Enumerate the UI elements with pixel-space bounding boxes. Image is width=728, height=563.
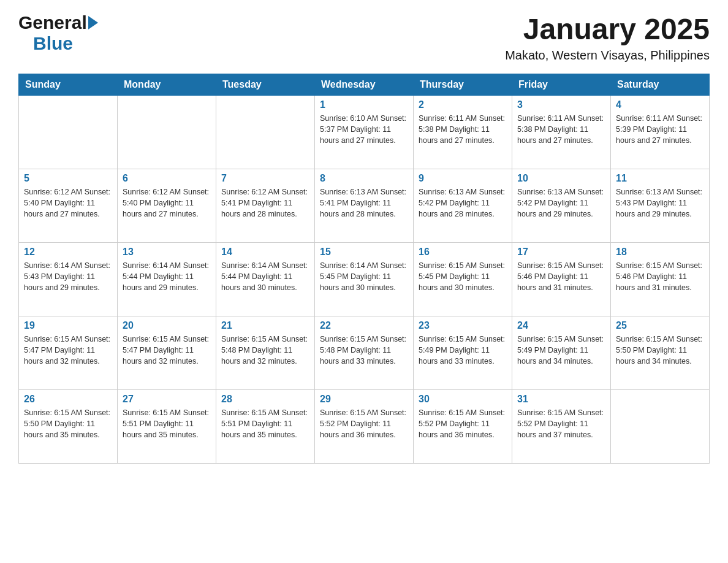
day-number: 5 (24, 173, 112, 184)
calendar-week-row: 12Sunrise: 6:14 AM Sunset: 5:43 PM Dayli… (19, 243, 710, 316)
day-info: Sunrise: 6:12 AM Sunset: 5:41 PM Dayligh… (221, 186, 309, 220)
day-number: 9 (419, 173, 507, 184)
day-number: 19 (24, 320, 112, 331)
day-info: Sunrise: 6:11 AM Sunset: 5:39 PM Dayligh… (616, 113, 704, 146)
day-number: 22 (320, 320, 408, 331)
calendar-cell: 23Sunrise: 6:15 AM Sunset: 5:49 PM Dayli… (414, 316, 512, 390)
day-info: Sunrise: 6:11 AM Sunset: 5:38 PM Dayligh… (419, 113, 507, 146)
calendar-cell: 1Sunrise: 6:10 AM Sunset: 5:37 PM Daylig… (315, 96, 414, 169)
calendar-week-row: 1Sunrise: 6:10 AM Sunset: 5:37 PM Daylig… (19, 96, 710, 169)
day-info: Sunrise: 6:13 AM Sunset: 5:41 PM Dayligh… (320, 186, 408, 220)
calendar-cell: 13Sunrise: 6:14 AM Sunset: 5:44 PM Dayli… (118, 243, 216, 316)
calendar-cell: 21Sunrise: 6:15 AM Sunset: 5:48 PM Dayli… (216, 316, 315, 390)
day-info: Sunrise: 6:15 AM Sunset: 5:51 PM Dayligh… (123, 407, 211, 440)
day-info: Sunrise: 6:14 AM Sunset: 5:45 PM Dayligh… (320, 260, 408, 293)
calendar-cell: 26Sunrise: 6:15 AM Sunset: 5:50 PM Dayli… (19, 390, 118, 464)
logo-arrow-icon (88, 16, 98, 29)
calendar-cell: 7Sunrise: 6:12 AM Sunset: 5:41 PM Daylig… (216, 169, 315, 243)
day-info: Sunrise: 6:15 AM Sunset: 5:48 PM Dayligh… (320, 334, 408, 367)
page-header: General Blue January 2025 Makato, Wester… (18, 12, 710, 63)
calendar-cell: 4Sunrise: 6:11 AM Sunset: 5:39 PM Daylig… (611, 96, 710, 169)
day-number: 2 (419, 99, 507, 110)
calendar-cell: 11Sunrise: 6:13 AM Sunset: 5:43 PM Dayli… (611, 169, 710, 243)
day-number: 21 (221, 320, 309, 331)
day-number: 6 (123, 173, 211, 184)
day-number: 20 (123, 320, 211, 331)
day-number: 8 (320, 173, 408, 184)
calendar-cell (118, 96, 216, 169)
day-info: Sunrise: 6:15 AM Sunset: 5:52 PM Dayligh… (320, 407, 408, 440)
day-number: 29 (320, 394, 408, 405)
day-info: Sunrise: 6:11 AM Sunset: 5:38 PM Dayligh… (517, 113, 605, 146)
day-info: Sunrise: 6:10 AM Sunset: 5:37 PM Dayligh… (320, 113, 408, 146)
day-of-week-header: Friday (512, 74, 611, 96)
calendar-cell: 3Sunrise: 6:11 AM Sunset: 5:38 PM Daylig… (512, 96, 611, 169)
day-info: Sunrise: 6:15 AM Sunset: 5:50 PM Dayligh… (24, 407, 112, 440)
day-number: 10 (517, 173, 605, 184)
day-number: 12 (24, 247, 112, 258)
day-number: 14 (221, 247, 309, 258)
day-info: Sunrise: 6:15 AM Sunset: 5:49 PM Dayligh… (419, 334, 507, 367)
day-info: Sunrise: 6:13 AM Sunset: 5:42 PM Dayligh… (517, 186, 605, 220)
location-subtitle: Makato, Western Visayas, Philippines (505, 48, 710, 63)
day-info: Sunrise: 6:15 AM Sunset: 5:47 PM Dayligh… (123, 334, 211, 367)
calendar-table: SundayMondayTuesdayWednesdayThursdayFrid… (18, 74, 710, 464)
day-number: 17 (517, 247, 605, 258)
day-number: 31 (517, 394, 605, 405)
logo-general-text: General (18, 12, 87, 33)
calendar-cell: 24Sunrise: 6:15 AM Sunset: 5:49 PM Dayli… (512, 316, 611, 390)
calendar-cell: 18Sunrise: 6:15 AM Sunset: 5:46 PM Dayli… (611, 243, 710, 316)
day-number: 24 (517, 320, 605, 331)
day-info: Sunrise: 6:15 AM Sunset: 5:50 PM Dayligh… (616, 334, 704, 367)
day-of-week-header: Monday (118, 74, 216, 96)
day-info: Sunrise: 6:15 AM Sunset: 5:48 PM Dayligh… (221, 334, 309, 367)
day-info: Sunrise: 6:15 AM Sunset: 5:45 PM Dayligh… (419, 260, 507, 293)
day-info: Sunrise: 6:15 AM Sunset: 5:49 PM Dayligh… (517, 334, 605, 367)
calendar-cell (19, 96, 118, 169)
calendar-cell: 29Sunrise: 6:15 AM Sunset: 5:52 PM Dayli… (315, 390, 414, 464)
calendar-cell: 5Sunrise: 6:12 AM Sunset: 5:40 PM Daylig… (19, 169, 118, 243)
day-of-week-header: Wednesday (315, 74, 414, 96)
calendar-cell (611, 390, 710, 464)
calendar-cell: 22Sunrise: 6:15 AM Sunset: 5:48 PM Dayli… (315, 316, 414, 390)
day-number: 1 (320, 99, 408, 110)
day-info: Sunrise: 6:12 AM Sunset: 5:40 PM Dayligh… (24, 186, 112, 220)
day-info: Sunrise: 6:14 AM Sunset: 5:43 PM Dayligh… (24, 260, 112, 293)
day-info: Sunrise: 6:14 AM Sunset: 5:44 PM Dayligh… (123, 260, 211, 293)
day-number: 15 (320, 247, 408, 258)
day-info: Sunrise: 6:12 AM Sunset: 5:40 PM Dayligh… (123, 186, 211, 220)
calendar-week-row: 26Sunrise: 6:15 AM Sunset: 5:50 PM Dayli… (19, 390, 710, 464)
day-info: Sunrise: 6:15 AM Sunset: 5:52 PM Dayligh… (517, 407, 605, 440)
day-number: 25 (616, 320, 704, 331)
calendar-cell: 16Sunrise: 6:15 AM Sunset: 5:45 PM Dayli… (414, 243, 512, 316)
calendar-cell: 8Sunrise: 6:13 AM Sunset: 5:41 PM Daylig… (315, 169, 414, 243)
calendar-cell: 31Sunrise: 6:15 AM Sunset: 5:52 PM Dayli… (512, 390, 611, 464)
calendar-cell (216, 96, 315, 169)
calendar-cell: 6Sunrise: 6:12 AM Sunset: 5:40 PM Daylig… (118, 169, 216, 243)
day-number: 28 (221, 394, 309, 405)
day-info: Sunrise: 6:15 AM Sunset: 5:46 PM Dayligh… (616, 260, 704, 293)
day-info: Sunrise: 6:15 AM Sunset: 5:46 PM Dayligh… (517, 260, 605, 293)
day-info: Sunrise: 6:13 AM Sunset: 5:42 PM Dayligh… (419, 186, 507, 220)
day-number: 13 (123, 247, 211, 258)
calendar-week-row: 5Sunrise: 6:12 AM Sunset: 5:40 PM Daylig… (19, 169, 710, 243)
calendar-cell: 28Sunrise: 6:15 AM Sunset: 5:51 PM Dayli… (216, 390, 315, 464)
day-number: 18 (616, 247, 704, 258)
day-of-week-header: Saturday (611, 74, 710, 96)
calendar-cell: 30Sunrise: 6:15 AM Sunset: 5:52 PM Dayli… (414, 390, 512, 464)
day-number: 7 (221, 173, 309, 184)
title-block: January 2025 Makato, Western Visayas, Ph… (505, 12, 710, 63)
calendar-cell: 12Sunrise: 6:14 AM Sunset: 5:43 PM Dayli… (19, 243, 118, 316)
day-info: Sunrise: 6:15 AM Sunset: 5:52 PM Dayligh… (419, 407, 507, 440)
day-number: 3 (517, 99, 605, 110)
day-number: 11 (616, 173, 704, 184)
calendar-cell: 14Sunrise: 6:14 AM Sunset: 5:44 PM Dayli… (216, 243, 315, 316)
day-info: Sunrise: 6:14 AM Sunset: 5:44 PM Dayligh… (221, 260, 309, 293)
calendar-cell: 15Sunrise: 6:14 AM Sunset: 5:45 PM Dayli… (315, 243, 414, 316)
day-of-week-header: Tuesday (216, 74, 315, 96)
calendar-cell: 10Sunrise: 6:13 AM Sunset: 5:42 PM Dayli… (512, 169, 611, 243)
day-info: Sunrise: 6:15 AM Sunset: 5:47 PM Dayligh… (24, 334, 112, 367)
day-number: 27 (123, 394, 211, 405)
calendar-cell: 25Sunrise: 6:15 AM Sunset: 5:50 PM Dayli… (611, 316, 710, 390)
day-number: 4 (616, 99, 704, 110)
